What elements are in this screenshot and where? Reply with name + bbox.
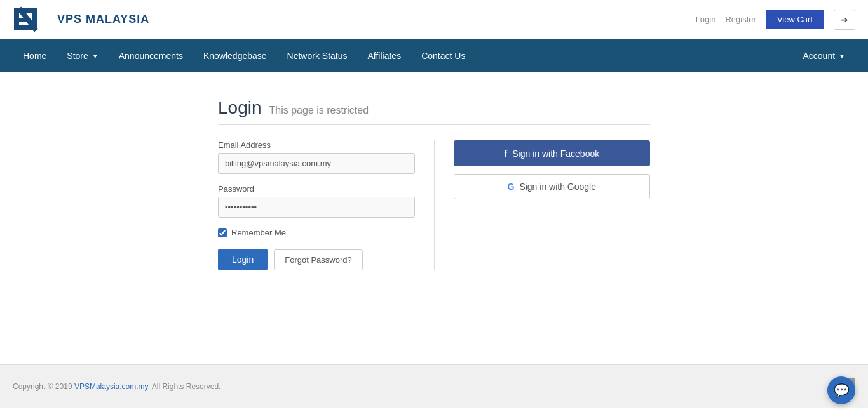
page-title: Login (218, 98, 262, 118)
remember-row: Remember Me (218, 228, 415, 237)
view-cart-button[interactable]: View Cart (766, 10, 824, 29)
logo-icon (13, 5, 51, 34)
register-link[interactable]: Register (725, 15, 756, 24)
login-button[interactable]: Login (218, 249, 268, 270)
password-label: Password (218, 184, 415, 194)
login-form-section: Email Address Password Remember Me Login… (218, 140, 435, 270)
google-signin-button[interactable]: G Sign in with Google (454, 174, 651, 199)
facebook-icon: f (504, 148, 507, 159)
logo-area: VPS MALAYSIA (13, 5, 149, 34)
google-icon: G (507, 182, 514, 192)
main-content: Login This page is restricted Email Addr… (0, 72, 868, 364)
password-form-group: Password (218, 184, 415, 218)
login-container: Login This page is restricted Email Addr… (218, 98, 650, 270)
store-dropdown-arrow: ▼ (92, 53, 98, 60)
page-title-row: Login This page is restricted (218, 98, 650, 118)
remember-label: Remember Me (231, 228, 286, 237)
account-dropdown-arrow: ▼ (839, 53, 845, 60)
email-form-group: Email Address (218, 140, 415, 174)
nav-item-home[interactable]: Home (13, 39, 57, 72)
footer-site-link[interactable]: VPSMalaysia.com.my (74, 382, 148, 391)
top-bar: VPS MALAYSIA Login Register View Cart ➜ (0, 0, 868, 39)
social-login-section: f Sign in with Facebook G Sign in with G… (435, 140, 651, 270)
nav-item-network-status[interactable]: Network Status (277, 39, 358, 72)
login-columns: Email Address Password Remember Me Login… (218, 140, 650, 270)
forgot-password-button[interactable]: Forgot Password? (274, 249, 363, 270)
title-divider (218, 124, 650, 125)
password-input[interactable] (218, 197, 415, 218)
nav-item-knowledgebase[interactable]: Knowledgebase (193, 39, 277, 72)
login-link[interactable]: Login (696, 15, 716, 24)
page-subtitle: This page is restricted (269, 105, 369, 116)
footer: Copyright © 2019 VPSMalaysia.com.my. All… (0, 364, 868, 408)
logout-icon-button[interactable]: ➜ (834, 10, 855, 30)
chat-bubble-button[interactable]: 💬 (827, 376, 855, 404)
top-right-actions: Login Register View Cart ➜ (696, 10, 855, 30)
email-input[interactable] (218, 153, 415, 174)
email-label: Email Address (218, 140, 415, 150)
copyright-text: Copyright © 2019 VPSMalaysia.com.my. All… (13, 382, 220, 391)
nav-item-announcements[interactable]: Announcements (109, 39, 193, 72)
facebook-signin-button[interactable]: f Sign in with Facebook (454, 140, 651, 166)
nav-item-account[interactable]: Account ▼ (793, 39, 856, 72)
nav-item-affiliates[interactable]: Affiliates (358, 39, 412, 72)
remember-checkbox[interactable] (218, 228, 227, 237)
nav-item-store[interactable]: Store ▼ (57, 39, 108, 72)
svg-rect-5 (32, 8, 37, 30)
form-actions: Login Forgot Password? (218, 249, 415, 270)
nav-item-contact-us[interactable]: Contact Us (411, 39, 475, 72)
nav-bar: Home Store ▼ Announcements Knowledgebase… (0, 39, 868, 72)
logo-text: VPS MALAYSIA (57, 13, 149, 26)
